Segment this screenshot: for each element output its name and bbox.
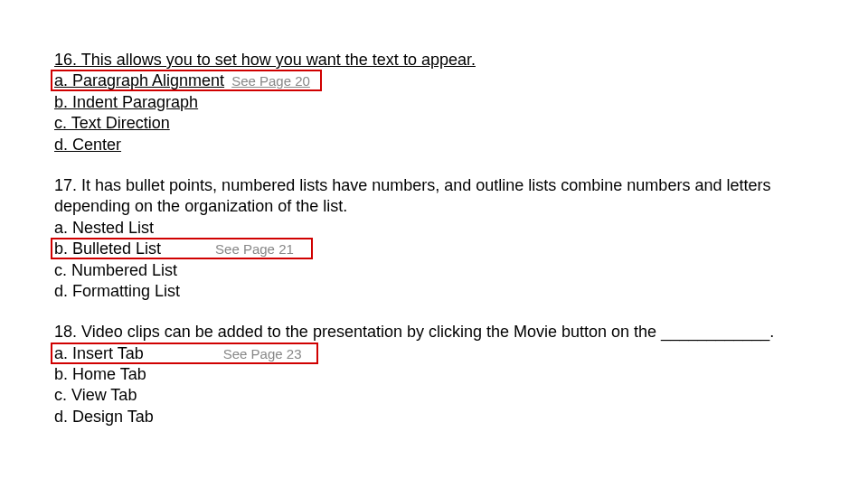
q18-ref: See Page 23 xyxy=(223,346,302,361)
q17-ref: See Page 21 xyxy=(215,241,294,257)
q17-option-d: d. Formatting List xyxy=(54,281,841,302)
q16-prompt: 16. This allows you to set how you want … xyxy=(54,50,841,70)
q17-option-c: c. Numbered List xyxy=(54,260,841,281)
q17-option-b: b. Bulleted List xyxy=(54,239,161,258)
q16-ref: See Page 20 xyxy=(231,73,310,89)
q18-option-a: a. Insert Tab xyxy=(54,344,144,362)
q17-prompt: 17. It has bullet points, numbered lists… xyxy=(54,175,841,218)
q18-option-d: d. Design Tab xyxy=(54,407,841,427)
q16-option-b: b. Indent Paragraph xyxy=(54,92,841,113)
q18-option-b: b. Home Tab xyxy=(54,364,841,385)
q18-option-a-row: a. Insert TabSee Page 23 xyxy=(54,343,841,364)
q16-option-a: a. Paragraph Alignment xyxy=(54,71,224,89)
q16-option-a-row: a. Paragraph AlignmentSee Page 20 xyxy=(54,70,841,91)
q17-option-a: a. Nested List xyxy=(54,218,841,239)
q16-option-d: d. Center xyxy=(54,135,841,155)
q17-option-b-row: b. Bulleted ListSee Page 21 xyxy=(54,239,841,259)
question-17: 17. It has bullet points, numbered lists… xyxy=(54,175,841,302)
document-content: 16. This allows you to set how you want … xyxy=(54,50,841,447)
q18-option-c: c. View Tab xyxy=(54,385,841,406)
question-16: 16. This allows you to set how you want … xyxy=(54,50,841,155)
q16-option-c: c. Text Direction xyxy=(54,113,841,134)
q18-prompt: 18. Video clips can be added to the pres… xyxy=(54,322,841,343)
question-18: 18. Video clips can be added to the pres… xyxy=(54,322,841,427)
